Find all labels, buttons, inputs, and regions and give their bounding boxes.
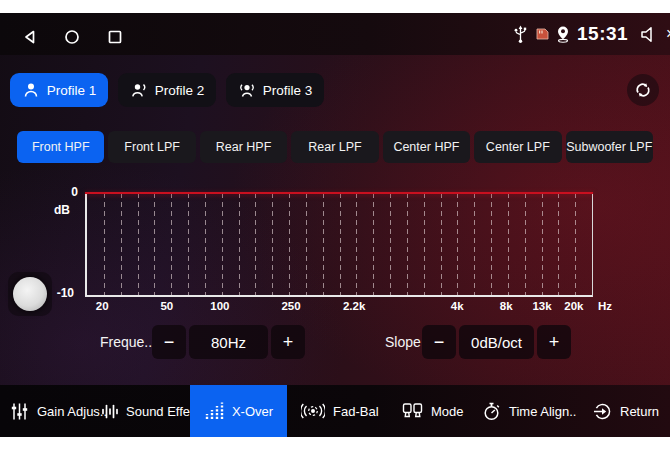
frequency-response-plot [85,192,593,297]
chart-gridline [525,193,526,295]
frequency-label: Freque.. [100,325,152,359]
frequency-decrease-button[interactable]: − [152,325,186,359]
y-axis-label-db: dB [46,203,70,217]
clock-time: 15:31 [577,23,628,45]
tab-center-lpf[interactable]: Center LPF [474,131,561,163]
chart-gridline [272,193,273,295]
nav-label: Gain Adjus.. [37,404,107,419]
crossover-filter-tabs: Front HPF Front LPF Rear HPF Rear LPF Ce… [17,131,653,163]
refresh-icon [633,80,653,100]
chart-gridline [104,193,105,295]
chart-gridline [222,193,223,295]
y-axis-tick-0: 0 [54,185,78,199]
fader-balance-icon [301,402,325,420]
recents-icon[interactable] [107,29,123,45]
status-indicators: 15:31 ×0 [512,13,670,55]
chart-gridline [255,193,256,295]
tab-profile-2[interactable]: Profile 2 [118,73,216,107]
chart-gridline [188,193,189,295]
screenshot-stage: 15:31 ×0 Profile 1 [0,0,670,453]
volume-level: ×0 [666,25,670,43]
x-axis-tick: 4k [451,300,464,312]
profile-label: Profile 1 [47,83,97,98]
speaker-mode-icon [402,402,423,420]
profile-switch-icon [130,81,148,99]
bottom-nav-bar: Gain Adjus.. Sound Effe.. [0,385,670,437]
chart-gridline [373,193,374,295]
x-axis-tick: 100 [210,300,229,312]
tab-profile-1[interactable]: Profile 1 [10,73,108,107]
reset-button[interactable] [627,74,659,106]
slope-decrease-button[interactable]: − [422,325,456,359]
time-align-icon [482,402,501,421]
profile-label: Profile 2 [155,83,205,98]
x-axis-tick: 250 [281,300,300,312]
tab-subwoofer-lpf[interactable]: Subwoofer LPF [566,131,653,163]
slope-value: 0dB/oct [459,325,534,359]
slope-label: Slope [385,325,421,359]
nav-fad-bal[interactable]: Fad-Bal [301,385,379,437]
chart-gridline [424,193,425,295]
x-axis-tick: 20 [96,300,109,312]
nav-gain-adjust[interactable]: Gain Adjus.. [10,385,107,437]
chart-gridline [575,193,576,295]
nav-x-over[interactable]: X-Over [190,385,287,437]
tab-center-hpf[interactable]: Center HPF [383,131,470,163]
home-icon[interactable] [64,29,80,45]
chart-gridline [154,193,155,295]
frequency-increase-button[interactable]: + [271,325,305,359]
y-axis-tick-neg10: -10 [50,286,74,300]
chart-gridline [289,193,290,295]
chart-gridline [474,193,475,295]
tab-front-lpf[interactable]: Front LPF [108,131,195,163]
usb-icon [512,25,529,44]
location-icon [555,25,571,43]
back-icon[interactable] [22,29,38,45]
chart-gridline [491,193,492,295]
x-axis-tick: 2.2k [343,300,365,312]
chart-gridline [356,193,357,295]
nav-mode[interactable]: Mode [402,385,464,437]
tab-rear-hpf[interactable]: Rear HPF [200,131,287,163]
nav-label: X-Over [232,404,273,419]
profile-person-icon [22,81,40,99]
frequency-value: 80Hz [189,325,268,359]
chart-gridline [323,193,324,295]
chart-gridline [407,193,408,295]
nav-time-align[interactable]: Time Align.. [482,385,576,437]
chart-gridline [306,193,307,295]
slope-increase-button[interactable]: + [537,325,571,359]
volume-muted-icon [640,26,658,43]
nav-label: Sound Effe.. [126,404,197,419]
nav-label: Mode [431,404,464,419]
nav-label: Return [620,404,659,419]
profile-label: Profile 3 [263,83,313,98]
tab-front-hpf[interactable]: Front HPF [17,131,104,163]
headunit-screen: 15:31 ×0 Profile 1 [0,13,670,437]
chart-gridline [340,193,341,295]
chart-gridline [171,193,172,295]
nav-return[interactable]: Return [593,385,659,437]
knob-circle[interactable] [13,277,47,311]
x-axis-unit: Hz [598,300,612,312]
nav-sound-effect[interactable]: Sound Effe.. [101,385,197,437]
gain-sliders-icon [10,402,29,421]
status-bar: 15:31 ×0 [0,13,670,55]
return-icon [593,402,612,421]
chart-gridline [508,193,509,295]
volume-knob[interactable] [8,272,52,316]
tab-rear-lpf[interactable]: Rear LPF [291,131,378,163]
chart-gridline [239,193,240,295]
x-axis-tick: 8k [500,300,513,312]
chart-gridline [441,193,442,295]
sd-card-icon [535,28,549,40]
x-axis-tick: 20k [564,300,583,312]
tab-profile-3[interactable]: Profile 3 [226,73,324,107]
chart-gridline [121,193,122,295]
x-axis-tick: 50 [160,300,173,312]
chart-gridline [558,193,559,295]
chart-gridline [390,193,391,295]
chart-gridline [542,193,543,295]
profile-group-icon [238,81,256,99]
response-curve [85,192,593,194]
